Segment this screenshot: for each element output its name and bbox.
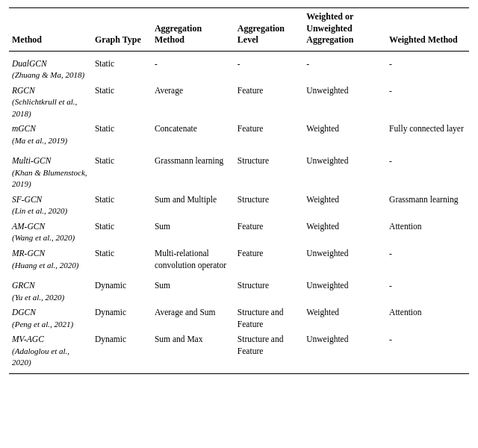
cell-agg-method: Average and Sum [152,305,235,332]
cell-agg-level: Structure [235,273,303,305]
cell-weighted-method: Attention [386,305,469,332]
method-cite: (Peng et al., 2021) [12,320,73,329]
cell-method: DualGCN(Zhuang & Ma, 2018) [9,51,92,84]
cell-graph-type: Static [92,193,152,220]
cell-graph-type: Static [92,246,152,273]
cell-agg-level: Feature [235,220,303,246]
method-cite: (Schlichtkrull et al., 2018) [12,97,77,118]
table-row: DGCN(Peng et al., 2021)DynamicAverage an… [9,305,469,332]
cell-graph-type: Dynamic [92,305,152,332]
cell-graph-type: Static [92,149,152,193]
method-cite: (Adaloglou et al., 2020) [12,346,69,367]
header-weighted-agg: Weighted or Unweighted Aggregation [303,8,386,52]
method-cite: (Yu et al., 2020) [12,293,64,302]
cell-method: DGCN(Peng et al., 2021) [9,305,92,332]
method-name: DualGCN [12,59,47,68]
cell-agg-method: Concatenate [152,122,235,149]
cell-agg-method: - [152,51,235,84]
cell-agg-method: Sum [152,273,235,305]
method-name: RGCN [12,86,35,95]
cell-weighted-agg: Unweighted [303,332,386,373]
cell-weighted-method: - [386,149,469,193]
method-name: MV-AGC [12,335,44,343]
method-cite: (Ma et al., 2019) [12,136,67,145]
method-name: GRCN [12,281,35,290]
method-cite: (Wang et al., 2020) [12,233,75,242]
table-row: RGCN(Schlichtkrull et al., 2018)StaticAv… [9,84,469,122]
cell-agg-level: Structure [235,149,303,193]
cell-method: GRCN(Yu et al., 2020) [9,273,92,305]
cell-agg-level: Feature [235,246,303,273]
method-cite: (Zhuang & Ma, 2018) [12,70,84,79]
cell-weighted-method: - [386,84,469,122]
cell-method: MV-AGC(Adaloglou et al., 2020) [9,332,92,373]
cell-agg-level: Feature [235,122,303,149]
cell-graph-type: Static [92,51,152,84]
cell-agg-method: Multi-relational convolution operator [152,246,235,273]
cell-agg-level: Feature [235,84,303,122]
table-row: SF-GCN(Lin et al., 2020)StaticSum and Mu… [9,193,469,220]
cell-weighted-agg: Unweighted [303,273,386,305]
method-name: Multi-GCN [12,156,51,165]
header-graph-type: Graph Type [92,8,152,52]
cell-weighted-agg: Unweighted [303,84,386,122]
header-method: Method [9,8,92,52]
cell-graph-type: Dynamic [92,273,152,305]
method-cite: (Khan & Blumenstock, 2019) [12,168,87,189]
table-row: MR-GCN(Huang et al., 2020)StaticMulti-re… [9,246,469,273]
cell-method: mGCN(Ma et al., 2019) [9,122,92,149]
cell-weighted-method: - [386,246,469,273]
cell-weighted-agg: - [303,51,386,84]
cell-graph-type: Dynamic [92,332,152,373]
cell-agg-method: Average [152,84,235,122]
header-agg-level: Aggregation Level [235,8,303,52]
table-row: mGCN(Ma et al., 2019)StaticConcatenateFe… [9,122,469,149]
cell-weighted-method: - [386,51,469,84]
cell-method: MR-GCN(Huang et al., 2020) [9,246,92,273]
cell-method: RGCN(Schlichtkrull et al., 2018) [9,84,92,122]
table-row: AM-GCN(Wang et al., 2020)StaticSumFeatur… [9,220,469,246]
table-row: Multi-GCN(Khan & Blumenstock, 2019)Stati… [9,149,469,193]
cell-weighted-method: - [386,332,469,373]
cell-graph-type: Static [92,220,152,246]
method-name: DGCN [12,308,36,317]
cell-weighted-agg: Weighted [303,122,386,149]
cell-agg-method: Sum and Multiple [152,193,235,220]
cell-agg-method: Grassmann learning [152,149,235,193]
method-cite: (Huang et al., 2020) [12,261,79,270]
cell-weighted-method: Fully connected layer [386,122,469,149]
method-name: SF-GCN [12,195,42,204]
cell-weighted-agg: Weighted [303,193,386,220]
main-table: Method Graph Type Aggregation Method Agg… [9,7,469,374]
method-cite: (Lin et al., 2020) [12,206,67,215]
cell-weighted-agg: Unweighted [303,246,386,273]
cell-graph-type: Static [92,122,152,149]
cell-weighted-method: Attention [386,220,469,246]
method-name: AM-GCN [12,222,45,231]
table-row: DualGCN(Zhuang & Ma, 2018)Static---- [9,51,469,84]
cell-agg-level: Structure [235,193,303,220]
cell-agg-level: Structure and Feature [235,305,303,332]
cell-weighted-agg: Unweighted [303,149,386,193]
cell-graph-type: Static [92,84,152,122]
cell-agg-level: - [235,51,303,84]
cell-agg-method: Sum and Max [152,332,235,373]
cell-agg-level: Structure and Feature [235,332,303,373]
header-agg-method: Aggregation Method [152,8,235,52]
cell-weighted-method: Grassmann learning [386,193,469,220]
cell-method: Multi-GCN(Khan & Blumenstock, 2019) [9,149,92,193]
cell-method: SF-GCN(Lin et al., 2020) [9,193,92,220]
table-row: MV-AGC(Adaloglou et al., 2020)DynamicSum… [9,332,469,373]
method-name: mGCN [12,124,36,133]
cell-method: AM-GCN(Wang et al., 2020) [9,220,92,246]
cell-weighted-agg: Weighted [303,305,386,332]
cell-weighted-agg: Weighted [303,220,386,246]
cell-weighted-method: - [386,273,469,305]
header-weighted-method: Weighted Method [386,8,469,52]
cell-agg-method: Sum [152,220,235,246]
method-name: MR-GCN [12,249,45,258]
table-row: GRCN(Yu et al., 2020)DynamicSumStructure… [9,273,469,305]
